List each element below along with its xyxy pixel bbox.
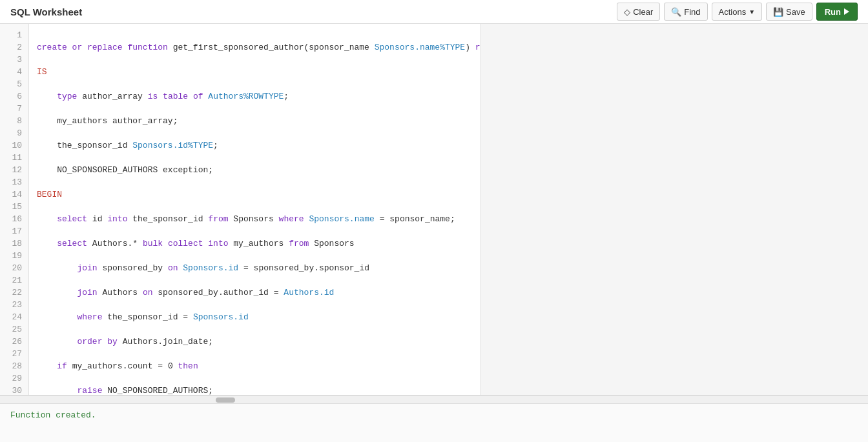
line-num-22: 22 <box>0 286 28 299</box>
right-panel <box>480 24 868 395</box>
line-num-3: 3 <box>0 54 28 66</box>
code-line-13: order by Authors.join_date; <box>37 336 473 348</box>
line-num-8: 8 <box>0 115 28 127</box>
clear-label: Clear <box>633 7 653 17</box>
header-left: SQL Worksheet <box>10 6 82 17</box>
line-num-6: 6 <box>0 90 28 103</box>
line-num-4: 4 <box>0 66 28 78</box>
code-editor[interactable]: create or replace function get_first_spo… <box>29 24 480 395</box>
main-content: 1 2 3 4 5 6 7 8 9 10 11 12 13 14 15 16 1… <box>0 24 868 442</box>
clear-icon: ◇ <box>624 7 630 17</box>
line-num-17: 17 <box>0 225 28 237</box>
code-line-14: if my_authors.count = 0 then <box>37 360 473 372</box>
code-line-2: IS <box>37 66 473 78</box>
actions-label: Actions <box>719 7 747 17</box>
line-num-7: 7 <box>0 103 28 115</box>
line-num-18: 18 <box>0 237 28 250</box>
line-num-12: 12 <box>0 164 28 176</box>
run-icon <box>844 8 849 15</box>
code-line-9: select Authors.* bulk collect into my_au… <box>37 237 473 250</box>
line-num-9: 9 <box>0 127 28 139</box>
line-num-10: 10 <box>0 139 28 152</box>
code-line-3: type author_array is table of Authors%RO… <box>37 90 473 103</box>
line-num-21: 21 <box>0 274 28 286</box>
line-num-25: 25 <box>0 323 28 336</box>
line-num-11: 11 <box>0 152 28 164</box>
line-num-5: 5 <box>0 78 28 90</box>
page-title: SQL Worksheet <box>10 6 82 17</box>
toolbar: SQL Worksheet ◇ Clear 🔍 Find Actions ▼ 💾… <box>0 0 868 24</box>
find-button[interactable]: 🔍 Find <box>664 3 707 21</box>
scroll-thumb[interactable] <box>216 397 235 403</box>
line-numbers: 1 2 3 4 5 6 7 8 9 10 11 12 13 14 15 16 1… <box>0 24 29 395</box>
find-label: Find <box>684 7 700 17</box>
horizontal-scrollbar[interactable] <box>0 396 868 403</box>
line-num-20: 20 <box>0 262 28 274</box>
run-button[interactable]: Run <box>816 3 858 21</box>
line-num-29: 29 <box>0 372 28 385</box>
actions-button[interactable]: Actions ▼ <box>712 3 763 21</box>
header-actions: ◇ Clear 🔍 Find Actions ▼ 💾 Save Run <box>617 3 858 21</box>
code-line-4: my_authors author_array; <box>37 115 473 127</box>
line-num-1: 1 <box>0 29 28 41</box>
output-message: Function created. <box>10 410 96 420</box>
line-num-27: 27 <box>0 348 28 360</box>
run-label: Run <box>825 7 841 17</box>
code-line-7: BEGIN <box>37 188 473 201</box>
line-num-30: 30 <box>0 385 28 395</box>
code-line-11: join Authors on sponsored_by.author_id =… <box>37 286 473 299</box>
line-num-28: 28 <box>0 360 28 372</box>
save-button[interactable]: 💾 Save <box>766 3 812 21</box>
line-num-13: 13 <box>0 176 28 188</box>
line-num-19: 19 <box>0 250 28 262</box>
code-line-10: join sponsored_by on Sponsors.id = spons… <box>37 262 473 274</box>
code-line-5: the_sponsor_id Sponsors.id%TYPE; <box>37 139 473 152</box>
line-num-24: 24 <box>0 311 28 323</box>
editor-area: 1 2 3 4 5 6 7 8 9 10 11 12 13 14 15 16 1… <box>0 24 868 396</box>
save-icon: 💾 <box>773 7 783 17</box>
code-line-6: NO_SPONSORED_AUTHORS exception; <box>37 164 473 176</box>
line-num-15: 15 <box>0 201 28 213</box>
code-line-15: raise NO_SPONSORED_AUTHORS; <box>37 385 473 395</box>
line-num-14: 14 <box>0 188 28 201</box>
line-num-16: 16 <box>0 213 28 225</box>
line-num-26: 26 <box>0 336 28 348</box>
code-line-1: create or replace function get_first_spo… <box>37 41 473 54</box>
save-label: Save <box>786 7 805 17</box>
chevron-down-icon: ▼ <box>749 8 755 15</box>
line-num-2: 2 <box>0 41 28 54</box>
line-num-23: 23 <box>0 299 28 311</box>
find-icon: 🔍 <box>671 7 681 17</box>
code-line-8: select id into the_sponsor_id from Spons… <box>37 213 473 225</box>
output-area: Function created. <box>0 403 868 442</box>
clear-button[interactable]: ◇ Clear <box>617 3 660 21</box>
code-line-12: where the_sponsor_id = Sponsors.id <box>37 311 473 323</box>
